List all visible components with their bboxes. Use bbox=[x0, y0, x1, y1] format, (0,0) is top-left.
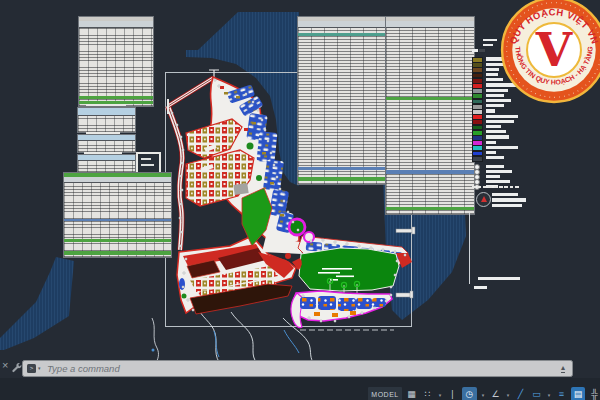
legend-label-text bbox=[486, 115, 518, 118]
legend-corner-mark bbox=[479, 49, 485, 52]
ortho-mode-toggle[interactable]: | bbox=[446, 387, 459, 400]
legend-label-text bbox=[486, 120, 514, 123]
legend-label-text bbox=[486, 135, 509, 138]
table-subtotal-band bbox=[298, 167, 386, 170]
legend-label-text bbox=[486, 156, 504, 159]
table-header-band bbox=[78, 108, 135, 116]
planning-norms-table-2[interactable] bbox=[77, 134, 136, 153]
quy-hoach-viet-stamp: QUY HOẠCH VIỆT VN THÔNG TIN QUY HOẠCH - … bbox=[498, 0, 600, 107]
command-prompt-icon: > bbox=[27, 364, 36, 373]
cad-application-window: QUY HOẠCH VIỆT VN THÔNG TIN QUY HOẠCH - … bbox=[0, 0, 600, 400]
table-total-band bbox=[64, 251, 171, 255]
legend-boundary-dash bbox=[504, 186, 508, 188]
legend-label-text bbox=[492, 204, 522, 207]
legend-label-text bbox=[492, 193, 518, 196]
table-header-band bbox=[78, 135, 135, 141]
legend-label-text bbox=[486, 170, 512, 173]
isodraft-toggle[interactable]: ∠ bbox=[489, 387, 502, 400]
plan-green-field[interactable] bbox=[299, 248, 399, 294]
table-subtotal-band bbox=[298, 33, 386, 36]
planning-norms-table-1[interactable] bbox=[77, 107, 136, 133]
selection-cycling-toggle[interactable]: ▤ bbox=[571, 387, 585, 400]
legend-label-text bbox=[486, 180, 510, 183]
legend-boundary-dash bbox=[494, 186, 498, 188]
legend-boundary-dash bbox=[472, 186, 476, 188]
legend-label-text bbox=[486, 73, 498, 76]
compass-needle bbox=[481, 196, 487, 202]
snap-mode-toggle[interactable]: ∷ bbox=[421, 387, 434, 400]
command-input-placeholder: Type a command bbox=[47, 363, 120, 374]
parcel-statistics-table-1[interactable] bbox=[297, 16, 387, 185]
table-header-band bbox=[298, 21, 386, 28]
isodraft-dropdown[interactable]: ▾ bbox=[505, 387, 511, 400]
command-line-bar: × > ▾ Type a command ▴ bbox=[0, 356, 600, 378]
legend-label-text bbox=[486, 125, 501, 128]
legend-label-text bbox=[486, 109, 495, 112]
legend-label-text bbox=[486, 165, 504, 168]
legend-boundary-dash bbox=[499, 186, 503, 188]
command-input-field[interactable]: > ▾ Type a command ▴ bbox=[22, 360, 573, 377]
legend-color-swatch bbox=[472, 156, 483, 162]
title-block-text bbox=[141, 164, 154, 166]
table-subtotal-band bbox=[386, 97, 474, 100]
plan-resort-section[interactable] bbox=[291, 291, 392, 328]
legend-label-text bbox=[492, 198, 526, 201]
snap-mode-dropdown[interactable]: ▾ bbox=[437, 387, 443, 400]
table-subtotal-band bbox=[64, 219, 171, 221]
compass-emblem-icon bbox=[476, 192, 491, 207]
land-use-statistics-table-2[interactable] bbox=[63, 172, 172, 258]
object-snap-toggle[interactable]: ▭ bbox=[530, 387, 543, 400]
table-subtotal-band bbox=[386, 170, 474, 174]
drawing-note-text bbox=[478, 277, 520, 280]
table-total-band bbox=[298, 177, 386, 181]
table-header-band bbox=[79, 21, 153, 28]
legend-label-text bbox=[486, 130, 506, 133]
polar-tracking-toggle[interactable]: ◷ bbox=[462, 387, 477, 400]
table-header-band bbox=[78, 155, 135, 161]
close-icon[interactable]: × bbox=[2, 360, 8, 371]
annotation-scale-toggle[interactable]: ╬ bbox=[588, 387, 600, 400]
planning-norms-table-3[interactable] bbox=[77, 154, 136, 173]
status-toggle-group: MODEL▦∷▾|◷▾∠▾╱▭▾≡▤╬ bbox=[368, 387, 600, 400]
table-header-band bbox=[386, 21, 474, 28]
table-header-band bbox=[64, 177, 171, 183]
legend-label-text bbox=[486, 151, 496, 154]
legend-header-text bbox=[483, 39, 497, 41]
polar-tracking-dropdown[interactable]: ▾ bbox=[480, 387, 486, 400]
legend-label-text bbox=[486, 175, 500, 178]
legend-boundary-dash bbox=[477, 186, 481, 188]
table-caption-text bbox=[86, 104, 126, 106]
legend-label-text bbox=[486, 141, 496, 144]
legend-corner-mark bbox=[472, 49, 478, 52]
lineweight-toggle[interactable]: ≡ bbox=[555, 387, 568, 400]
stamp-center-letter: V bbox=[535, 22, 573, 77]
object-snap-dropdown[interactable]: ▾ bbox=[546, 387, 552, 400]
grid-display-toggle[interactable]: ▦ bbox=[405, 387, 418, 400]
dimension-line bbox=[469, 213, 470, 284]
legend-boundary-dash bbox=[510, 186, 514, 188]
legend-boundary-dash bbox=[483, 186, 487, 188]
title-block-text bbox=[141, 158, 151, 160]
legend-label-text bbox=[486, 146, 518, 149]
legend-boundary-dash bbox=[515, 186, 519, 188]
object-snap-tracking-toggle[interactable]: ╱ bbox=[514, 387, 527, 400]
drawing-note-text bbox=[474, 286, 487, 289]
status-bar: MODEL▦∷▾|◷▾∠▾╱▭▾≡▤╬ bbox=[0, 386, 600, 400]
customize-wrench-icon[interactable] bbox=[11, 362, 22, 373]
command-history-icon[interactable]: ▴ bbox=[561, 363, 565, 373]
parcel-statistics-table-2[interactable] bbox=[385, 16, 475, 215]
table-total-band bbox=[64, 239, 171, 242]
land-use-statistics-table-1[interactable] bbox=[78, 16, 154, 107]
table-total-band bbox=[386, 207, 474, 210]
model-space-toggle[interactable]: MODEL bbox=[368, 387, 402, 400]
chevron-down-icon[interactable]: ▾ bbox=[38, 365, 41, 371]
legend-boundary-dash bbox=[488, 186, 492, 188]
legend-header-text bbox=[483, 44, 493, 46]
table-total-band bbox=[79, 96, 153, 99]
